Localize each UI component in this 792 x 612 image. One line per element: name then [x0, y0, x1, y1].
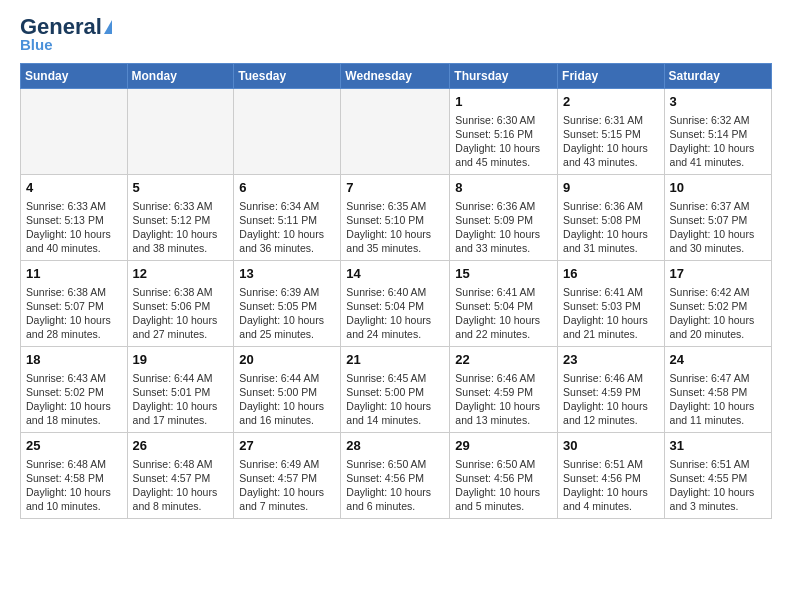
day-cell-5: 5Sunrise: 6:33 AM Sunset: 5:12 PM Daylig… [127, 175, 234, 261]
calendar-header-row: SundayMondayTuesdayWednesdayThursdayFrid… [21, 64, 772, 89]
day-cell-18: 18Sunrise: 6:43 AM Sunset: 5:02 PM Dayli… [21, 347, 128, 433]
day-info: Sunrise: 6:32 AM Sunset: 5:14 PM Dayligh… [670, 113, 766, 170]
day-cell-24: 24Sunrise: 6:47 AM Sunset: 4:58 PM Dayli… [664, 347, 771, 433]
empty-cell [127, 89, 234, 175]
logo: General Blue [20, 16, 112, 53]
logo-blue: Blue [20, 36, 53, 53]
day-info: Sunrise: 6:35 AM Sunset: 5:10 PM Dayligh… [346, 199, 444, 256]
day-number: 21 [346, 351, 444, 369]
day-cell-31: 31Sunrise: 6:51 AM Sunset: 4:55 PM Dayli… [664, 433, 771, 519]
day-cell-22: 22Sunrise: 6:46 AM Sunset: 4:59 PM Dayli… [450, 347, 558, 433]
week-row-5: 25Sunrise: 6:48 AM Sunset: 4:58 PM Dayli… [21, 433, 772, 519]
day-info: Sunrise: 6:43 AM Sunset: 5:02 PM Dayligh… [26, 371, 122, 428]
day-info: Sunrise: 6:51 AM Sunset: 4:55 PM Dayligh… [670, 457, 766, 514]
day-number: 25 [26, 437, 122, 455]
calendar-header-tuesday: Tuesday [234, 64, 341, 89]
empty-cell [234, 89, 341, 175]
day-cell-17: 17Sunrise: 6:42 AM Sunset: 5:02 PM Dayli… [664, 261, 771, 347]
day-cell-12: 12Sunrise: 6:38 AM Sunset: 5:06 PM Dayli… [127, 261, 234, 347]
day-info: Sunrise: 6:38 AM Sunset: 5:07 PM Dayligh… [26, 285, 122, 342]
day-number: 27 [239, 437, 335, 455]
day-info: Sunrise: 6:45 AM Sunset: 5:00 PM Dayligh… [346, 371, 444, 428]
day-number: 18 [26, 351, 122, 369]
day-cell-25: 25Sunrise: 6:48 AM Sunset: 4:58 PM Dayli… [21, 433, 128, 519]
logo-triangle-icon [104, 20, 112, 34]
day-info: Sunrise: 6:41 AM Sunset: 5:03 PM Dayligh… [563, 285, 659, 342]
day-info: Sunrise: 6:47 AM Sunset: 4:58 PM Dayligh… [670, 371, 766, 428]
day-number: 4 [26, 179, 122, 197]
day-cell-3: 3Sunrise: 6:32 AM Sunset: 5:14 PM Daylig… [664, 89, 771, 175]
day-number: 15 [455, 265, 552, 283]
header: General Blue [20, 16, 772, 53]
day-info: Sunrise: 6:36 AM Sunset: 5:08 PM Dayligh… [563, 199, 659, 256]
day-number: 28 [346, 437, 444, 455]
day-number: 7 [346, 179, 444, 197]
day-info: Sunrise: 6:37 AM Sunset: 5:07 PM Dayligh… [670, 199, 766, 256]
day-cell-23: 23Sunrise: 6:46 AM Sunset: 4:59 PM Dayli… [558, 347, 665, 433]
week-row-3: 11Sunrise: 6:38 AM Sunset: 5:07 PM Dayli… [21, 261, 772, 347]
day-number: 1 [455, 93, 552, 111]
day-cell-28: 28Sunrise: 6:50 AM Sunset: 4:56 PM Dayli… [341, 433, 450, 519]
day-cell-13: 13Sunrise: 6:39 AM Sunset: 5:05 PM Dayli… [234, 261, 341, 347]
day-cell-4: 4Sunrise: 6:33 AM Sunset: 5:13 PM Daylig… [21, 175, 128, 261]
day-number: 31 [670, 437, 766, 455]
day-number: 17 [670, 265, 766, 283]
day-info: Sunrise: 6:48 AM Sunset: 4:58 PM Dayligh… [26, 457, 122, 514]
day-cell-11: 11Sunrise: 6:38 AM Sunset: 5:07 PM Dayli… [21, 261, 128, 347]
day-cell-21: 21Sunrise: 6:45 AM Sunset: 5:00 PM Dayli… [341, 347, 450, 433]
day-number: 3 [670, 93, 766, 111]
day-info: Sunrise: 6:51 AM Sunset: 4:56 PM Dayligh… [563, 457, 659, 514]
day-number: 13 [239, 265, 335, 283]
day-info: Sunrise: 6:40 AM Sunset: 5:04 PM Dayligh… [346, 285, 444, 342]
day-info: Sunrise: 6:36 AM Sunset: 5:09 PM Dayligh… [455, 199, 552, 256]
day-number: 11 [26, 265, 122, 283]
day-info: Sunrise: 6:33 AM Sunset: 5:12 PM Dayligh… [133, 199, 229, 256]
day-cell-16: 16Sunrise: 6:41 AM Sunset: 5:03 PM Dayli… [558, 261, 665, 347]
day-number: 19 [133, 351, 229, 369]
day-number: 14 [346, 265, 444, 283]
day-number: 22 [455, 351, 552, 369]
day-cell-19: 19Sunrise: 6:44 AM Sunset: 5:01 PM Dayli… [127, 347, 234, 433]
day-info: Sunrise: 6:33 AM Sunset: 5:13 PM Dayligh… [26, 199, 122, 256]
day-cell-15: 15Sunrise: 6:41 AM Sunset: 5:04 PM Dayli… [450, 261, 558, 347]
empty-cell [341, 89, 450, 175]
day-info: Sunrise: 6:41 AM Sunset: 5:04 PM Dayligh… [455, 285, 552, 342]
day-info: Sunrise: 6:30 AM Sunset: 5:16 PM Dayligh… [455, 113, 552, 170]
day-cell-29: 29Sunrise: 6:50 AM Sunset: 4:56 PM Dayli… [450, 433, 558, 519]
day-cell-7: 7Sunrise: 6:35 AM Sunset: 5:10 PM Daylig… [341, 175, 450, 261]
day-number: 23 [563, 351, 659, 369]
day-info: Sunrise: 6:49 AM Sunset: 4:57 PM Dayligh… [239, 457, 335, 514]
day-cell-27: 27Sunrise: 6:49 AM Sunset: 4:57 PM Dayli… [234, 433, 341, 519]
calendar-header-friday: Friday [558, 64, 665, 89]
day-number: 16 [563, 265, 659, 283]
day-cell-6: 6Sunrise: 6:34 AM Sunset: 5:11 PM Daylig… [234, 175, 341, 261]
week-row-4: 18Sunrise: 6:43 AM Sunset: 5:02 PM Dayli… [21, 347, 772, 433]
day-cell-14: 14Sunrise: 6:40 AM Sunset: 5:04 PM Dayli… [341, 261, 450, 347]
logo-general: General [20, 16, 102, 38]
day-number: 24 [670, 351, 766, 369]
calendar-table: SundayMondayTuesdayWednesdayThursdayFrid… [20, 63, 772, 519]
calendar-header-monday: Monday [127, 64, 234, 89]
day-cell-20: 20Sunrise: 6:44 AM Sunset: 5:00 PM Dayli… [234, 347, 341, 433]
empty-cell [21, 89, 128, 175]
week-row-2: 4Sunrise: 6:33 AM Sunset: 5:13 PM Daylig… [21, 175, 772, 261]
day-number: 6 [239, 179, 335, 197]
day-info: Sunrise: 6:50 AM Sunset: 4:56 PM Dayligh… [455, 457, 552, 514]
day-info: Sunrise: 6:48 AM Sunset: 4:57 PM Dayligh… [133, 457, 229, 514]
day-info: Sunrise: 6:50 AM Sunset: 4:56 PM Dayligh… [346, 457, 444, 514]
day-info: Sunrise: 6:46 AM Sunset: 4:59 PM Dayligh… [563, 371, 659, 428]
day-number: 20 [239, 351, 335, 369]
day-number: 2 [563, 93, 659, 111]
day-cell-2: 2Sunrise: 6:31 AM Sunset: 5:15 PM Daylig… [558, 89, 665, 175]
day-cell-30: 30Sunrise: 6:51 AM Sunset: 4:56 PM Dayli… [558, 433, 665, 519]
day-cell-26: 26Sunrise: 6:48 AM Sunset: 4:57 PM Dayli… [127, 433, 234, 519]
day-info: Sunrise: 6:42 AM Sunset: 5:02 PM Dayligh… [670, 285, 766, 342]
week-row-1: 1Sunrise: 6:30 AM Sunset: 5:16 PM Daylig… [21, 89, 772, 175]
day-number: 12 [133, 265, 229, 283]
day-number: 8 [455, 179, 552, 197]
calendar-header-saturday: Saturday [664, 64, 771, 89]
day-number: 29 [455, 437, 552, 455]
day-cell-10: 10Sunrise: 6:37 AM Sunset: 5:07 PM Dayli… [664, 175, 771, 261]
day-info: Sunrise: 6:46 AM Sunset: 4:59 PM Dayligh… [455, 371, 552, 428]
day-info: Sunrise: 6:44 AM Sunset: 5:00 PM Dayligh… [239, 371, 335, 428]
